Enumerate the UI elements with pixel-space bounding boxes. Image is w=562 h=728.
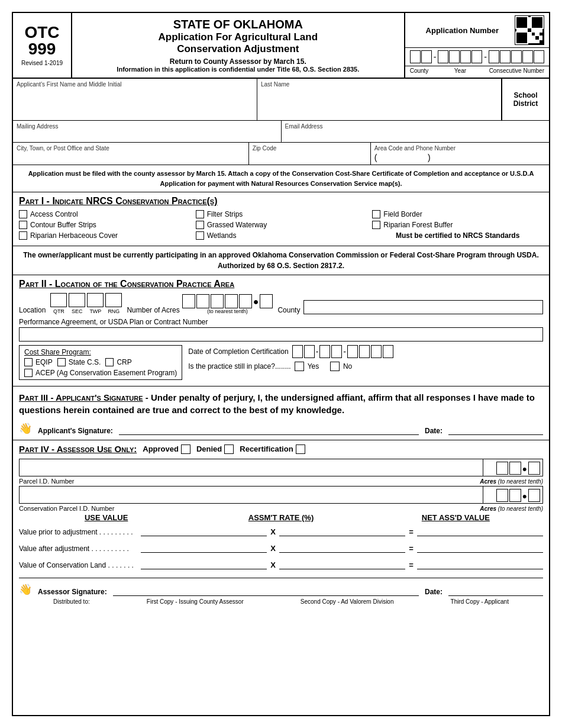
crp-label: CRP: [117, 358, 131, 366]
value-prior-eq: =: [409, 527, 414, 536]
zip-cell: Zip Code: [249, 143, 371, 165]
date-box-2[interactable]: [304, 345, 315, 358]
state-cs-checkbox[interactable]: [57, 358, 66, 366]
twp-label: TWP: [87, 308, 104, 314]
school-district-label: SchoolDistrict: [513, 91, 538, 108]
crp-item: CRP: [105, 358, 131, 366]
return-notice: Return to County Assessor by March 15.: [79, 57, 397, 66]
part3-date-line[interactable]: [448, 423, 543, 435]
access-control-checkbox[interactable]: [19, 210, 27, 218]
approved-checkbox[interactable]: [181, 444, 190, 454]
acres-box-3[interactable]: [211, 294, 224, 308]
city-cell: City, Town, or Post Office and State: [13, 143, 249, 165]
practice-still-label: Is the practice still in place?........: [188, 362, 290, 371]
applicant-sig-line[interactable]: [119, 423, 419, 435]
state-cs-label: State C.S.: [69, 358, 101, 366]
parcel-acres-box-2[interactable]: [509, 462, 521, 475]
assessor-date-label: Date:: [425, 588, 443, 596]
assessor-sig-icon: 👋: [19, 583, 32, 596]
app-num-box-3[interactable]: [438, 50, 448, 63]
app-num-box-1[interactable]: [410, 50, 421, 63]
loc-box-qtr[interactable]: [50, 293, 67, 307]
rng-label: RNG: [105, 308, 122, 314]
assessor-sig-line[interactable]: [113, 584, 419, 596]
wetlands-checkbox[interactable]: [196, 231, 204, 240]
riparian-forest-checkbox[interactable]: [372, 221, 380, 229]
acres-box-1[interactable]: [182, 294, 195, 308]
part1-section: Part I - Indicate NRCS Conservation Prac…: [13, 192, 549, 246]
contour-buffer-checkbox[interactable]: [19, 221, 27, 229]
riparian-herbaceous-checkbox[interactable]: [19, 231, 27, 240]
value-conservation-line[interactable]: [141, 559, 267, 569]
acres-box-6[interactable]: [260, 294, 273, 308]
app-num-box-10[interactable]: [522, 50, 533, 63]
performance-input[interactable]: [19, 327, 543, 342]
date-box-3[interactable]: [319, 345, 330, 358]
grassed-waterway-checkbox[interactable]: [196, 221, 204, 229]
net-assd-prior-line[interactable]: [417, 526, 543, 536]
revised-label: Revised 1-2019: [21, 60, 63, 66]
email-address-label: Email Address: [285, 123, 546, 130]
date-box-5[interactable]: [347, 345, 358, 358]
eqip-checkbox[interactable]: [24, 358, 33, 366]
parcel-acres-box-1[interactable]: [496, 462, 508, 475]
acres-box-2[interactable]: [196, 294, 209, 308]
acres-decimal: ●: [253, 297, 259, 307]
loc-box-rng[interactable]: [105, 293, 122, 307]
yes-checkbox[interactable]: [295, 362, 304, 371]
to-nearest-tenth-label: (to nearest tenth): [207, 308, 248, 314]
cons-parcel-acres-box-2[interactable]: [509, 489, 521, 502]
cons-parcel-acres-box-3[interactable]: [528, 489, 540, 502]
date-box-1[interactable]: [292, 345, 303, 358]
date-box-7[interactable]: [371, 345, 382, 358]
net-assd-after-line[interactable]: [417, 542, 543, 553]
assessor-date-line[interactable]: [448, 584, 543, 596]
cons-parcel-acres-box-1[interactable]: [496, 489, 508, 502]
app-num-box-5[interactable]: [460, 50, 471, 63]
acres-box-5[interactable]: [239, 294, 252, 308]
net-assd-conservation-line[interactable]: [417, 559, 543, 569]
loc-box-twp[interactable]: [87, 293, 104, 307]
cost-share-right: Date of Completion Certification - -: [188, 345, 543, 380]
conservation-parcel-input[interactable]: [20, 487, 483, 503]
field-border-checkbox[interactable]: [372, 210, 380, 218]
value-after-line[interactable]: [141, 542, 267, 553]
filter-strips-checkbox[interactable]: [196, 210, 204, 218]
value-prior-x: X: [270, 527, 276, 536]
app-num-box-2[interactable]: [421, 50, 432, 63]
parcel-acres-label: Acres (to nearest tenth): [480, 478, 543, 485]
checkbox-access-control: Access Control: [19, 210, 190, 218]
acep-checkbox[interactable]: [24, 369, 33, 377]
part3-date-label: Date:: [425, 427, 443, 435]
performance-label: Performance Agreement, or USDA Plan or C…: [19, 318, 543, 326]
crp-checkbox[interactable]: [105, 358, 114, 366]
loc-box-sec[interactable]: [69, 293, 85, 307]
assmt-rate-col-header: ASSM'T RATE (%): [193, 513, 368, 522]
app-num-box-4[interactable]: [449, 50, 460, 63]
date-box-8[interactable]: [383, 345, 393, 358]
denied-checkbox[interactable]: [224, 444, 234, 454]
date-box-4[interactable]: [331, 345, 342, 358]
checkbox-wetlands: Wetlands: [196, 231, 367, 240]
value-after-label: Value after adjustment . . . . . . . . .…: [19, 545, 137, 553]
app-num-box-9[interactable]: [511, 50, 522, 63]
acres-box-4[interactable]: [225, 294, 238, 308]
date-box-6[interactable]: [359, 345, 370, 358]
yes-label: Yes: [308, 362, 319, 371]
assmt-rate-after-line[interactable]: [279, 542, 405, 553]
recertification-checkbox[interactable]: [296, 444, 305, 454]
app-num-box-11[interactable]: [534, 50, 544, 63]
no-checkbox[interactable]: [330, 362, 340, 371]
value-prior-line[interactable]: [141, 526, 267, 536]
parcel-acres-box-3[interactable]: [528, 462, 540, 475]
acep-label: ACEP (Ag Conservation Easement Program): [35, 369, 177, 377]
number-acres-label: Number of Acres: [127, 306, 179, 314]
county-input[interactable]: [303, 300, 543, 314]
assmt-rate-conservation-line[interactable]: [279, 559, 405, 569]
app-num-box-8[interactable]: [500, 50, 511, 63]
app-num-box-7[interactable]: [489, 50, 499, 63]
app-num-box-6[interactable]: [471, 50, 482, 63]
parcel-id-label-row: Parcel I.D. Number Acres (to nearest ten…: [19, 478, 543, 485]
parcel-id-input[interactable]: [20, 459, 483, 476]
assmt-rate-prior-line[interactable]: [279, 526, 405, 536]
